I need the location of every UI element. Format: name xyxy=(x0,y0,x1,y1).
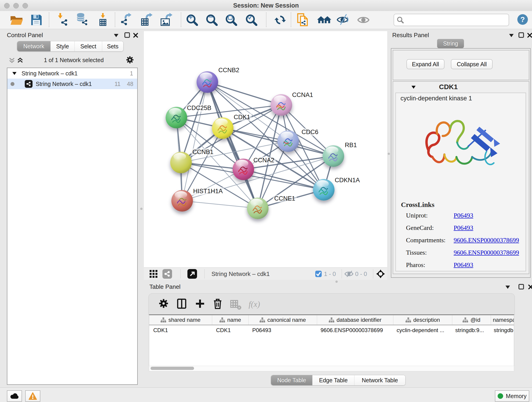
table-horizontal-scrollbar[interactable] xyxy=(149,366,514,371)
column-header-namespace[interactable]: namespace xyxy=(491,315,514,325)
expand-all-tree-icon[interactable] xyxy=(17,57,23,64)
network-edge[interactable] xyxy=(243,169,324,190)
collapse-section-icon[interactable] xyxy=(412,86,416,89)
column-header-canonical-name[interactable]: canonical name xyxy=(249,315,317,325)
help-button[interactable]: ? xyxy=(517,14,528,25)
network-node-cdk1[interactable] xyxy=(212,117,234,139)
table-cell[interactable]: cyclin-dependent ... xyxy=(393,327,451,333)
collapse-all-tree-icon[interactable] xyxy=(9,57,15,64)
panel-float-icon[interactable] xyxy=(124,32,130,38)
panel-close-icon[interactable] xyxy=(527,32,532,38)
network-node-ccnb1[interactable] xyxy=(170,152,192,173)
show-columns-button[interactable] xyxy=(177,299,189,310)
network-canvas[interactable]: CCNB2CCNA1CDC25BCDK1CDC6RB1CCNB1CCNA2CDK… xyxy=(144,31,387,268)
import-table-button[interactable] xyxy=(97,13,109,27)
network-node-hist1h1a[interactable] xyxy=(171,190,193,211)
column-header-name[interactable]: name xyxy=(212,315,249,325)
tree-expander-icon[interactable] xyxy=(12,72,17,75)
network-node-rb1[interactable] xyxy=(323,145,344,167)
column-header-shared-name[interactable]: shared name xyxy=(149,315,212,325)
table-cell[interactable]: P06493 xyxy=(248,327,317,333)
show-grid-button[interactable] xyxy=(149,269,158,279)
zoom-out-button[interactable]: − xyxy=(206,13,219,27)
crosslink-link[interactable]: P06493 xyxy=(454,212,473,219)
panel-float-icon[interactable] xyxy=(518,284,524,290)
scrollbar-thumb[interactable] xyxy=(151,367,194,370)
show-all-button[interactable] xyxy=(357,13,370,27)
birds-eye-view-button[interactable] xyxy=(162,269,172,279)
network-node-ccnb2[interactable] xyxy=(196,71,218,93)
import-network-from-database-button[interactable] xyxy=(76,13,89,27)
warnings-button[interactable] xyxy=(25,390,40,402)
zoom-fit-button[interactable] xyxy=(225,13,238,27)
right-splitter-handle[interactable] xyxy=(388,153,390,155)
control-tab-style[interactable]: Style xyxy=(51,41,75,51)
crosslink-link[interactable]: P06493 xyxy=(454,224,473,231)
table-cell[interactable]: stringdb:9... xyxy=(451,327,490,333)
table-tab-edge-table[interactable]: Edge Table xyxy=(312,375,354,385)
table-cell[interactable]: stringdb xyxy=(490,327,514,333)
network-node-cdc25b[interactable] xyxy=(166,107,187,128)
collapse-all-button[interactable]: Collapse All xyxy=(451,59,493,69)
table-cell[interactable]: 9606.ENSP00000378699 xyxy=(317,327,393,333)
edge-count: 48 xyxy=(127,81,133,87)
column-header--id[interactable]: @id xyxy=(452,315,491,325)
table-cell[interactable]: CDK1 xyxy=(212,327,248,333)
column-header-description[interactable]: description xyxy=(393,315,452,325)
apply-layout-button[interactable] xyxy=(274,13,287,27)
crosslink-link[interactable]: 9606.ENSP00000378699 xyxy=(454,236,519,244)
panel-float-icon[interactable] xyxy=(518,32,524,38)
detach-view-button[interactable] xyxy=(187,269,197,279)
first-neighbors-button[interactable] xyxy=(317,13,330,27)
selected-checkbox[interactable] xyxy=(315,271,322,277)
column-hierarchy-icon xyxy=(260,317,265,322)
crosslink-link[interactable]: P06493 xyxy=(454,261,473,269)
import-network-button[interactable] xyxy=(56,13,69,27)
protein-thumbnail xyxy=(282,135,295,148)
table-cell[interactable]: CDK1 xyxy=(149,327,212,333)
export-network-button[interactable] xyxy=(120,13,133,27)
table-options-button[interactable] xyxy=(159,299,170,310)
expand-all-button[interactable]: Expand All xyxy=(406,59,444,69)
search-input[interactable] xyxy=(405,17,506,23)
export-table-button[interactable] xyxy=(140,13,153,27)
export-image-button[interactable] xyxy=(160,13,173,27)
panel-menu-icon[interactable] xyxy=(505,286,510,289)
table-row[interactable]: CDK1CDK1P064939606.ENSP00000378699cyclin… xyxy=(149,325,514,335)
panel-close-icon[interactable] xyxy=(528,284,532,290)
crosslink-link[interactable]: 9606.ENSP00000378699 xyxy=(454,249,519,256)
network-edge[interactable] xyxy=(182,82,207,201)
table-tab-node-table[interactable]: Node Table xyxy=(271,375,312,385)
zoom-selected-button[interactable] xyxy=(245,13,258,27)
network-edge[interactable] xyxy=(207,82,281,105)
panel-menu-icon[interactable] xyxy=(509,34,514,37)
panel-close-icon[interactable] xyxy=(133,32,138,38)
save-session-button[interactable] xyxy=(30,13,43,27)
network-options-gear-icon[interactable] xyxy=(126,56,134,64)
create-column-button[interactable] xyxy=(196,299,207,310)
network-node-ccna2[interactable] xyxy=(233,159,254,180)
control-tab-select[interactable]: Select xyxy=(75,41,102,51)
network-collection-row[interactable]: String Network – cdk1 1 xyxy=(7,68,137,79)
network-row-selected[interactable]: String Network – cdk1 11 48 xyxy=(7,79,137,89)
string-results-box: Expand All Collapse All CDK1 cyclin-depe… xyxy=(391,48,531,278)
copy-style-button[interactable] xyxy=(297,13,310,27)
table-tab-network-table[interactable]: Network Table xyxy=(354,375,405,385)
zoom-in-button[interactable]: + xyxy=(186,13,199,27)
column-header-database-identifier[interactable]: database identifier xyxy=(317,315,393,325)
network-node-ccna1[interactable] xyxy=(271,94,292,116)
control-tab-network[interactable]: Network xyxy=(17,41,51,51)
network-node-cdkn1a[interactable] xyxy=(313,179,335,201)
fit-content-button[interactable] xyxy=(376,269,385,279)
delete-column-button[interactable] xyxy=(213,299,225,310)
network-node-cdc6[interactable] xyxy=(278,130,299,152)
open-session-button[interactable] xyxy=(10,13,23,27)
memory-button[interactable]: Memory xyxy=(495,390,529,402)
results-tab-string[interactable]: String xyxy=(437,39,464,48)
cloud-status-button[interactable] xyxy=(7,390,22,402)
left-splitter-handle[interactable] xyxy=(140,208,143,210)
network-node-ccne1[interactable] xyxy=(247,198,268,219)
control-tab-sets[interactable]: Sets xyxy=(102,41,123,51)
hide-selected-button[interactable] xyxy=(337,13,350,27)
panel-menu-icon[interactable] xyxy=(114,34,119,37)
